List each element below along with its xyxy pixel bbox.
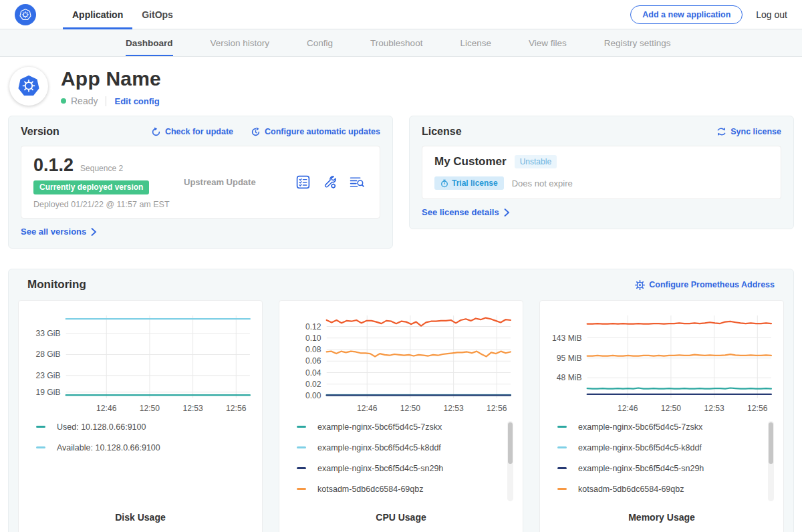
page-title: App Name: [61, 68, 161, 90]
see-license-details-link[interactable]: See license details: [422, 207, 510, 217]
legend-swatch: [297, 488, 306, 490]
cards-row: Version Check for update Configure au: [0, 116, 802, 249]
monitoring-panel: Monitoring Configure Prometheus Address: [8, 269, 794, 532]
chevron-right-icon: [504, 209, 510, 217]
add-application-button[interactable]: Add a new application: [630, 5, 743, 24]
view-logs-icon[interactable]: [349, 174, 365, 190]
legend-scrollbar-track: [768, 421, 774, 501]
app-kubernetes-icon: [9, 67, 48, 106]
memory-usage-title: Memory Usage: [548, 505, 775, 528]
svg-text:95 MiB: 95 MiB: [557, 354, 582, 363]
legend-item: example-nginx-5bc6f5d4c5-k8ddf: [557, 443, 770, 452]
svg-text:33 GiB: 33 GiB: [36, 329, 61, 338]
subnav-version-history-label: Version history: [211, 38, 270, 48]
check-for-update-link[interactable]: Check for update: [151, 127, 233, 137]
memory-usage-card: 143 MiB95 MiB48 MiB12:4612:5012:5312:56 …: [539, 300, 784, 532]
sync-arrows-icon: [716, 127, 726, 136]
subnav-dashboard-label: Dashboard: [126, 38, 173, 48]
subnav-license[interactable]: License: [460, 29, 491, 56]
legend-scrollbar-thumb[interactable]: [769, 422, 773, 464]
logout-button[interactable]: Log out: [756, 9, 787, 20]
legend-item: kotsadm-5db6dc6584-69qbz: [297, 485, 509, 494]
see-all-versions-link[interactable]: See all versions: [21, 227, 97, 237]
subnav-troubleshoot[interactable]: Troubleshoot: [370, 29, 422, 56]
refresh-icon: [151, 127, 161, 137]
svg-text:0.02: 0.02: [305, 380, 321, 389]
svg-text:12:56: 12:56: [487, 404, 507, 413]
disk-usage-legend: Used: 10.128.0.66:9100Available: 10.128.…: [27, 418, 254, 464]
deployed-timestamp: Deployed 01/21/22 @ 11:57 am EST: [33, 200, 184, 209]
svg-text:48 MiB: 48 MiB: [557, 373, 582, 382]
version-panel: Version Check for update Configure au: [8, 116, 393, 249]
svg-text:23 GiB: 23 GiB: [36, 371, 61, 380]
sync-license-link[interactable]: Sync license: [716, 127, 781, 136]
subnav-dashboard[interactable]: Dashboard: [126, 29, 173, 56]
check-for-update-label: Check for update: [165, 127, 233, 136]
legend-swatch: [36, 426, 45, 428]
svg-text:12:50: 12:50: [661, 404, 682, 413]
legend-swatch: [36, 446, 45, 448]
configure-prometheus-link[interactable]: Configure Prometheus Address: [635, 280, 775, 290]
svg-text:12:56: 12:56: [747, 404, 768, 413]
subnav-license-label: License: [460, 38, 491, 48]
version-source-label: Upstream Update: [184, 177, 295, 187]
legend-label: kotsadm-5db6dc6584-69qbz: [578, 485, 684, 494]
legend-swatch: [557, 467, 567, 469]
tab-gitops[interactable]: GitOps: [132, 0, 182, 29]
svg-text:12:53: 12:53: [182, 404, 203, 413]
legend-swatch: [557, 488, 567, 490]
subnav-registry-settings[interactable]: Registry settings: [604, 29, 671, 56]
see-license-details-label: See license details: [422, 207, 499, 217]
legend-label: Available: 10.128.0.66:9100: [57, 443, 160, 452]
legend-item: example-nginx-5bc6f5d4c5-sn29h: [557, 464, 770, 473]
legend-label: example-nginx-5bc6f5d4c5-7zskx: [317, 422, 442, 432]
license-customer-name: My Customer: [434, 155, 507, 168]
preflight-checks-icon[interactable]: [295, 174, 311, 190]
legend-scrollbar-thumb[interactable]: [508, 422, 513, 464]
cpu-usage-chart: 0.120.100.080.060.040.020.0012:4612:5012…: [287, 309, 515, 418]
svg-text:12:56: 12:56: [226, 404, 247, 413]
subnav-view-files[interactable]: View files: [529, 29, 567, 56]
subnav-troubleshoot-label: Troubleshoot: [370, 38, 422, 48]
license-panel-title: License: [422, 126, 462, 138]
tab-application[interactable]: Application: [63, 0, 132, 29]
version-sequence: Sequence 2: [80, 164, 123, 173]
legend-label: example-nginx-5bc6f5d4c5-7zskx: [578, 422, 702, 432]
legend-item: Available: 10.128.0.66:9100: [36, 443, 249, 452]
see-all-versions-label: See all versions: [21, 227, 86, 237]
topbar-spacer: [182, 0, 630, 29]
cpu-usage-card: 0.120.100.080.060.040.020.0012:4612:5012…: [279, 300, 523, 532]
legend-label: example-nginx-5bc6f5d4c5-sn29h: [578, 464, 704, 473]
svg-text:12:50: 12:50: [140, 404, 160, 413]
legend-scrollbar-track: [507, 421, 513, 501]
view-config-wrench-icon[interactable]: [322, 174, 338, 190]
subnav-config[interactable]: Config: [307, 29, 333, 56]
subnav-version-history[interactable]: Version history: [211, 29, 270, 56]
cpu-usage-legend: example-nginx-5bc6f5d4c5-7zskxexample-ng…: [287, 418, 515, 505]
svg-text:12:53: 12:53: [704, 404, 724, 413]
svg-text:12:50: 12:50: [400, 404, 421, 413]
legend-label: example-nginx-5bc6f5d4c5-k8ddf: [578, 443, 702, 452]
license-card: My Customer Unstable Trial license Does …: [422, 146, 781, 199]
app-header: App Name Ready Edit config: [0, 57, 802, 116]
legend-swatch: [297, 467, 306, 469]
legend-swatch: [557, 446, 567, 448]
configure-automatic-updates-label: Configure automatic updates: [265, 127, 380, 136]
legend-item: example-nginx-5bc6f5d4c5-7zskx: [557, 422, 770, 432]
svg-text:12:46: 12:46: [96, 404, 117, 413]
legend-item: Used: 10.128.0.66:9100: [36, 422, 249, 432]
tab-application-label: Application: [72, 9, 123, 20]
gear-icon: [635, 280, 645, 290]
svg-text:12:53: 12:53: [443, 404, 464, 413]
configure-automatic-updates-link[interactable]: Configure automatic updates: [251, 127, 380, 137]
edit-config-link[interactable]: Edit config: [114, 96, 159, 106]
subnav-config-label: Config: [307, 38, 333, 48]
svg-text:0.06: 0.06: [305, 356, 321, 366]
version-panel-title: Version: [21, 126, 59, 138]
legend-label: example-nginx-5bc6f5d4c5-k8ddf: [317, 443, 441, 452]
legend-label: kotsadm-5db6dc6584-69qbz: [317, 485, 423, 494]
monitoring-title: Monitoring: [27, 278, 86, 291]
legend-item: example-nginx-5bc6f5d4c5-sn29h: [297, 464, 509, 473]
cpu-usage-title: CPU Usage: [287, 505, 515, 528]
tab-gitops-label: GitOps: [142, 9, 173, 20]
